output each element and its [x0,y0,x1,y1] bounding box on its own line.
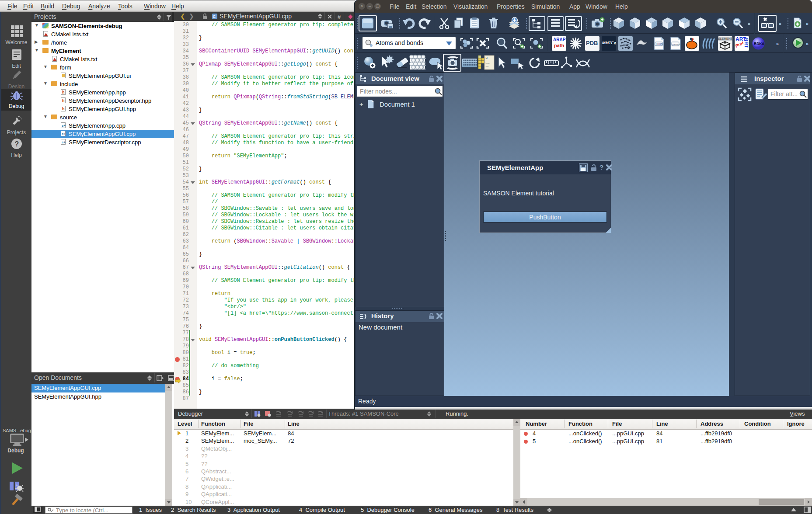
svg-text:UUID: UUID [656,43,663,46]
svg-text:H: H [486,57,488,59]
svg-text:RDKit: RDKit [754,42,764,46]
svg-text:Element: Element [672,43,681,46]
svg-text:C: C [213,14,216,19]
svg-text:ymp: ymp [486,66,489,67]
svg-text:?: ? [14,140,19,148]
svg-text:hman: hman [486,63,490,64]
